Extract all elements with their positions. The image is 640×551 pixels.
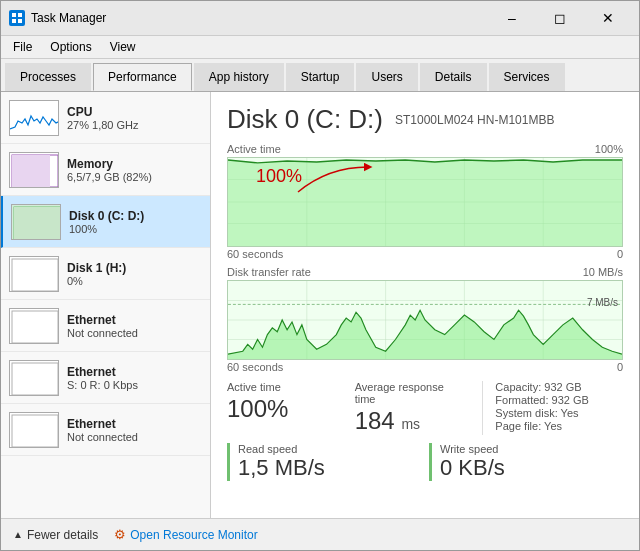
menu-view[interactable]: View xyxy=(102,38,144,56)
ethernet3-info: Ethernet Not connected xyxy=(67,417,202,443)
task-manager-icon xyxy=(9,10,25,26)
capacity-value: 932 GB xyxy=(544,381,581,393)
ethernet2-value: S: 0 R: 0 Kbps xyxy=(67,379,202,391)
tab-services[interactable]: Services xyxy=(489,63,565,91)
read-speed-value: 1,5 MB/s xyxy=(238,455,421,481)
chart1-bottom-row: 60 seconds 0 xyxy=(227,248,623,260)
pagefile-value: Yes xyxy=(544,420,562,432)
active-time-stat: Active time 100% xyxy=(227,381,355,435)
cpu-thumbnail xyxy=(9,100,59,136)
menu-bar: File Options View xyxy=(1,36,639,59)
svg-rect-11 xyxy=(10,257,59,292)
formatted-value: 932 GB xyxy=(552,394,589,406)
ethernet3-name: Ethernet xyxy=(67,417,202,431)
ethernet1-info: Ethernet Not connected xyxy=(67,313,202,339)
disk-header: Disk 0 (C: D:) ST1000LM024 HN-M101MBB xyxy=(227,104,623,135)
disk1-value: 0% xyxy=(67,275,202,287)
active-time-chart-section: Active time 100% xyxy=(227,143,623,260)
chart2-bottom-row: 60 seconds 0 xyxy=(227,361,623,373)
disk1-info: Disk 1 (H:) 0% xyxy=(67,261,202,287)
menu-file[interactable]: File xyxy=(5,38,40,56)
minimize-button[interactable]: – xyxy=(489,7,535,29)
system-disk-value: Yes xyxy=(561,407,579,419)
menu-options[interactable]: Options xyxy=(42,38,99,56)
capacity-label: Capacity: xyxy=(495,381,541,393)
chart2-mid-label: 7 MB/s xyxy=(587,297,618,308)
chart2-time-label: 60 seconds xyxy=(227,361,283,373)
tab-processes[interactable]: Processes xyxy=(5,63,91,91)
ethernet2-thumbnail xyxy=(9,360,59,396)
chart2-time-right: 0 xyxy=(617,361,623,373)
tab-performance[interactable]: Performance xyxy=(93,63,192,91)
fewer-details-label: Fewer details xyxy=(27,528,98,542)
write-speed-value: 0 KB/s xyxy=(440,455,623,481)
memory-value: 6,5/7,9 GB (82%) xyxy=(67,171,202,183)
active-time-label: Active time xyxy=(227,381,339,393)
restore-button[interactable]: ◻ xyxy=(537,7,583,29)
left-panel: CPU 27% 1,80 GHz xyxy=(1,92,211,518)
sidebar-item-ethernet3[interactable]: Ethernet Not connected xyxy=(1,404,210,456)
task-manager-window: Task Manager – ◻ ✕ File Options View Pro… xyxy=(0,0,640,551)
sidebar-item-disk0[interactable]: Disk 0 (C: D:) 100% xyxy=(1,196,210,248)
tab-details[interactable]: Details xyxy=(420,63,487,91)
disk1-thumbnail xyxy=(9,256,59,292)
tab-users[interactable]: Users xyxy=(356,63,417,91)
speed-row: Read speed 1,5 MB/s Write speed 0 KB/s xyxy=(227,443,623,481)
title-bar-left: Task Manager xyxy=(9,10,106,26)
ethernet1-value: Not connected xyxy=(67,327,202,339)
svg-rect-7 xyxy=(12,155,50,187)
active-time-chart: 100% xyxy=(227,157,623,247)
memory-thumbnail xyxy=(9,152,59,188)
annotation-arrow xyxy=(288,162,388,212)
sidebar-content: CPU 27% 1,80 GHz xyxy=(1,92,210,518)
ethernet1-name: Ethernet xyxy=(67,313,202,327)
sidebar-item-ethernet1[interactable]: Ethernet Not connected xyxy=(1,300,210,352)
stats-row: Active time 100% Average response time 1… xyxy=(227,381,623,435)
svg-rect-0 xyxy=(12,13,16,17)
ethernet1-thumbnail xyxy=(9,308,59,344)
response-time-stat: Average response time 184 ms xyxy=(355,381,483,435)
chart2-label-right: 10 MB/s xyxy=(583,266,623,278)
write-speed-label: Write speed xyxy=(440,443,623,455)
sidebar-scroll: CPU 27% 1,80 GHz xyxy=(1,92,210,518)
disk-title: Disk 0 (C: D:) xyxy=(227,104,383,135)
tab-bar: Processes Performance App history Startu… xyxy=(1,59,639,92)
cpu-info: CPU 27% 1,80 GHz xyxy=(67,105,202,131)
response-value: 184 ms xyxy=(355,407,467,435)
ethernet3-thumbnail xyxy=(9,412,59,448)
disk0-name: Disk 0 (C: D:) xyxy=(69,209,202,223)
memory-name: Memory xyxy=(67,157,202,171)
ethernet2-name: Ethernet xyxy=(67,365,202,379)
sidebar-item-disk1[interactable]: Disk 1 (H:) 0% xyxy=(1,248,210,300)
cpu-value: 27% 1,80 GHz xyxy=(67,119,202,131)
disk0-thumbnail xyxy=(11,204,61,240)
right-panel: Disk 0 (C: D:) ST1000LM024 HN-M101MBB Ac… xyxy=(211,92,639,518)
cpu-name: CPU xyxy=(67,105,202,119)
fewer-details-button[interactable]: ▲ Fewer details xyxy=(13,528,98,542)
title-bar: Task Manager – ◻ ✕ xyxy=(1,1,639,36)
svg-rect-2 xyxy=(12,19,16,23)
main-content: CPU 27% 1,80 GHz xyxy=(1,92,639,518)
chart1-label-row: Active time 100% xyxy=(227,143,623,155)
active-time-value: 100% xyxy=(227,395,339,423)
disk-model: ST1000LM024 HN-M101MBB xyxy=(395,113,554,127)
monitor-icon: ⚙ xyxy=(114,527,126,542)
formatted-row: Formatted: 932 GB xyxy=(495,394,607,406)
read-speed-label: Read speed xyxy=(238,443,421,455)
window-controls: – ◻ ✕ xyxy=(489,7,631,29)
system-disk-row: System disk: Yes xyxy=(495,407,607,419)
close-button[interactable]: ✕ xyxy=(585,7,631,29)
response-label: Average response time xyxy=(355,381,467,405)
tab-app-history[interactable]: App history xyxy=(194,63,284,91)
svg-rect-15 xyxy=(10,361,59,396)
transfer-rate-chart: 7 MB/s xyxy=(227,280,623,360)
sidebar-item-memory[interactable]: Memory 6,5/7,9 GB (82%) xyxy=(1,144,210,196)
read-speed-box: Read speed 1,5 MB/s xyxy=(227,443,421,481)
sidebar-item-cpu[interactable]: CPU 27% 1,80 GHz xyxy=(1,92,210,144)
sidebar-item-ethernet2[interactable]: Ethernet S: 0 R: 0 Kbps xyxy=(1,352,210,404)
svg-rect-1 xyxy=(18,13,22,17)
open-monitor-link[interactable]: Open Resource Monitor xyxy=(130,528,257,542)
chart2-label-row: Disk transfer rate 10 MB/s xyxy=(227,266,623,278)
pagefile-row: Page file: Yes xyxy=(495,420,607,432)
tab-startup[interactable]: Startup xyxy=(286,63,355,91)
